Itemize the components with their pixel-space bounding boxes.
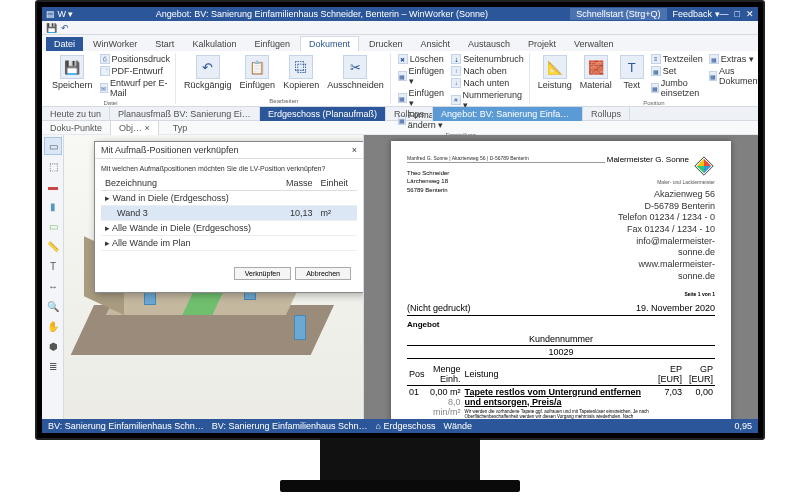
dialog-title-bar: Mit Aufmaß-Positionen verknüpfen × — [95, 142, 363, 159]
pdf-icon: 📄 — [100, 66, 110, 76]
mail-button[interactable]: ✉Entwurf per E-Mail — [99, 77, 172, 99]
dialog-close-button[interactable]: × — [352, 145, 357, 155]
table-row[interactable]: ▸ Wand in Diele (Erdgeschoss) — [101, 191, 357, 206]
fromdoc-icon: ▦ — [709, 71, 717, 81]
textline-button[interactable]: ≡Textzeilen — [650, 53, 704, 65]
tab-file[interactable]: Datei — [46, 37, 83, 51]
paste-button[interactable]: 📋Einfügen — [238, 53, 278, 92]
doc-tab-today[interactable]: Heute zu tun — [42, 107, 110, 121]
tool-door[interactable]: ▮ — [44, 197, 62, 215]
pagebreak-button[interactable]: ⤓Seitenumbruch — [450, 53, 525, 65]
tab-start[interactable]: Start — [147, 37, 182, 51]
doc-tab-plan[interactable]: Planausfmaß BV: Sanierung Einfamilienhau… — [110, 107, 260, 121]
doc-tab-rollups[interactable]: Rollups — [386, 107, 433, 121]
tool-pan[interactable]: ✋ — [44, 317, 62, 335]
pdf-button[interactable]: 📄PDF-Entwurf — [99, 65, 172, 77]
insert-button[interactable]: ▦Einfügen ▾ — [397, 65, 447, 87]
copy-button[interactable]: ⿻Kopieren — [281, 53, 321, 92]
down-button[interactable]: ↓Nach unten — [450, 77, 525, 89]
ribbon-tabs: Datei WinWorker Start Kalkulation Einfüg… — [42, 35, 758, 51]
close-button[interactable]: ✕ — [746, 9, 754, 19]
tool-select[interactable]: ⬚ — [44, 157, 62, 175]
tab-print[interactable]: Drucken — [361, 37, 411, 51]
save-button[interactable]: 💾Speichern — [50, 53, 95, 92]
link-button[interactable]: Verknüpfen — [234, 267, 291, 280]
col-unit: Einheit — [316, 176, 357, 191]
doc-tab-offer[interactable]: Angebot: BV: Sanierung Einfamilienhaus S… — [433, 107, 583, 121]
set-button[interactable]: ▦Set — [650, 65, 704, 77]
company-name: Malermeister G. Sonne — [607, 155, 689, 164]
maximize-button[interactable]: □ — [735, 9, 740, 19]
tab-winworker[interactable]: WinWorker — [85, 37, 145, 51]
number-icon: # — [451, 95, 460, 105]
cut-button[interactable]: ✂Ausschneiden — [325, 53, 386, 92]
tool-wall[interactable]: ▬ — [44, 177, 62, 195]
feedback-link[interactable]: Feedback ▾ — [673, 9, 720, 19]
cut-icon: ✂ — [343, 55, 367, 79]
company-logo — [693, 155, 715, 177]
qat-save-icon[interactable]: 💾 — [46, 23, 56, 33]
qat-undo-icon[interactable]: ↶ — [60, 23, 70, 33]
tab-document[interactable]: Dokument — [300, 36, 359, 51]
tab-calc[interactable]: Kalkulation — [184, 37, 244, 51]
monitor-frame: ▤ W ▾ Angebot: BV: Sanierung Einfamilien… — [35, 0, 765, 440]
door-3 — [294, 315, 306, 340]
set-icon: ▦ — [651, 66, 661, 76]
tab-view[interactable]: Ansicht — [412, 37, 458, 51]
text-button[interactable]: TText — [618, 53, 646, 92]
doc-date: 19. November 2020 — [636, 303, 715, 313]
ribbon-group-edit: ✖Löschen ▦Einfügen ▾ ▦Einfügen ▾ ▦Format… — [393, 53, 530, 104]
cancel-button[interactable]: Abbrechen — [295, 267, 351, 280]
fromdoc-button[interactable]: ▦Aus Dokument… — [708, 65, 758, 87]
zoom-value[interactable]: 0,95 — [734, 421, 752, 431]
document-preview-pane[interactable]: Manfred G. Sonne | Akazienweg 56 | D-567… — [364, 135, 758, 433]
doc-tab-floor[interactable]: Erdgeschoss (Planaufmaß) — [260, 107, 386, 121]
not-printed: (Nicht gedruckt) — [407, 303, 471, 313]
delete-button[interactable]: ✖Löschen — [397, 53, 447, 65]
table-row[interactable]: ▸ Alle Wände in Diele (Erdgeschoss) — [101, 221, 357, 236]
table-row-selected[interactable]: Wand 310,13m² — [101, 206, 357, 221]
tab-project[interactable]: Projekt — [520, 37, 564, 51]
plan-viewport[interactable]: Mit Aufmaß-Positionen verknüpfen × Mit w… — [64, 135, 364, 433]
doc-tab-rollups2[interactable]: Rollups — [583, 107, 630, 121]
extras-button[interactable]: ▦Extras ▾ — [708, 53, 758, 65]
tool-pointer[interactable]: ▭ — [44, 137, 62, 155]
tab-manage[interactable]: Verwalten — [566, 37, 622, 51]
svg-marker-1 — [704, 159, 711, 166]
tool-3d[interactable]: ⬢ — [44, 337, 62, 355]
undo-icon: ↶ — [196, 55, 220, 79]
tool-text[interactable]: T — [44, 257, 62, 275]
insert-icon: ▦ — [398, 71, 407, 81]
th-svc: Leistung — [463, 363, 654, 386]
tab-insert[interactable]: Einfügen — [246, 37, 298, 51]
dialog-table: Bezeichnung Masse Einheit ▸ Wand in Diel… — [101, 176, 357, 251]
takeoff-button[interactable]: 📐Leistung — [536, 53, 574, 92]
tool-measure[interactable]: 📏 — [44, 237, 62, 255]
tool-dim[interactable]: ↔ — [44, 277, 62, 295]
status-3[interactable]: ⌂ Erdgeschoss — [376, 421, 436, 431]
jumbo-button[interactable]: ▦Jumbo einsetzen — [650, 77, 704, 99]
col-mass: Masse — [277, 176, 316, 191]
search-box[interactable]: Schnellstart (Strg+Q) — [570, 8, 666, 20]
caddr6: www.malermeister-sonne.de — [605, 259, 715, 282]
undo-button[interactable]: ↶Rückgängig — [182, 53, 234, 92]
print-preview-button[interactable]: ⎙Positionsdruck — [99, 53, 172, 65]
svg-marker-3 — [697, 166, 704, 173]
status-4[interactable]: Wände — [444, 421, 473, 431]
subtab-obj[interactable]: Obj… × — [110, 120, 159, 135]
tool-window[interactable]: ▭ — [44, 217, 62, 235]
up-button[interactable]: ↑Nach oben — [450, 65, 525, 77]
status-2[interactable]: BV: Sanierung Einfamilienhaus Schn… — [212, 421, 368, 431]
tool-layers[interactable]: ≣ — [44, 357, 62, 375]
tool-zoom[interactable]: 🔍 — [44, 297, 62, 315]
tab-exchange[interactable]: Austausch — [460, 37, 518, 51]
material-button[interactable]: 🧱Material — [578, 53, 614, 92]
table-row[interactable]: ▸ Alle Wände im Plan — [101, 236, 357, 251]
minimize-button[interactable]: — — [720, 9, 729, 19]
subtab-points[interactable]: Doku-Punkte — [42, 121, 110, 135]
monitor-stand-neck — [320, 438, 480, 483]
caddr4: Fax 01234 / 1234 - 10 — [605, 224, 715, 236]
status-1[interactable]: BV: Sanierung Einfamilienhaus Schn… — [48, 421, 204, 431]
window-title: Angebot: BV: Sanierung Einfamilienhaus S… — [74, 9, 571, 19]
app-icon: ▤ W ▾ — [46, 9, 74, 19]
